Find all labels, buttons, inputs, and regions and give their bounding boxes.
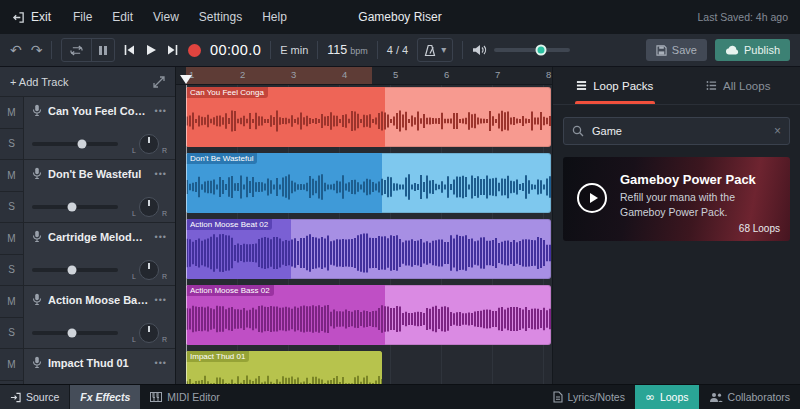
track-volume-knob[interactable] [68, 266, 77, 275]
loop-pack-card[interactable]: Gameboy Power Pack Refill your mana with… [563, 157, 790, 241]
track-volume-slider[interactable] [32, 268, 118, 272]
time-signature-selector[interactable]: 4 / 4 [387, 44, 408, 56]
audio-clip[interactable]: Action Moose Bass 02 [186, 285, 551, 345]
solo-button[interactable]: S [0, 129, 23, 160]
skip-to-end-button[interactable] [167, 44, 178, 56]
tab-collaborators[interactable]: Collaborators [699, 385, 800, 409]
track-name[interactable]: Cartridge Melody 01 [48, 231, 149, 243]
add-track-label: + Add Track [10, 76, 68, 88]
pan-right-label: R [162, 210, 167, 217]
undo-button[interactable]: ↶ [10, 43, 22, 57]
daw-app: Exit File Edit View Settings Help Gamebo… [0, 0, 800, 409]
tab-lyrics-notes[interactable]: Lyrics/Notes [543, 385, 635, 409]
pause-button[interactable] [91, 39, 114, 61]
pan-control[interactable]: L R [132, 197, 167, 217]
tab-fx-effects[interactable]: Fx Effects [70, 385, 140, 409]
clear-search-icon[interactable]: × [774, 125, 781, 137]
mute-button[interactable]: M [0, 223, 23, 255]
menu-edit[interactable]: Edit [112, 10, 133, 24]
toolbar-actions: Save Publish [646, 39, 790, 61]
play-button[interactable] [145, 44, 157, 56]
skip-to-start-button[interactable] [124, 44, 135, 56]
track-menu-button[interactable]: ••• [155, 232, 167, 242]
loops-search-input[interactable] [590, 124, 768, 138]
track-volume-knob[interactable] [77, 140, 86, 149]
pan-knob[interactable] [139, 260, 159, 280]
track-controls: Action Moose Bass 02 ••• L R [24, 286, 175, 348]
audio-clip[interactable]: Action Moose Beat 02 [186, 219, 551, 279]
track-volume-knob[interactable] [68, 203, 77, 212]
mute-button[interactable]: M [0, 97, 23, 129]
track-name[interactable]: Can You Feel Conga [48, 105, 149, 117]
mute-solo-column: M S [0, 349, 24, 384]
lyrics-icon [553, 391, 563, 403]
volume-slider[interactable] [494, 48, 570, 52]
track-row[interactable]: M S Impact Thud 01 ••• [0, 349, 175, 384]
track-row[interactable]: M S Don't Be Wasteful ••• [0, 160, 175, 223]
audio-clip[interactable]: Don't Be Wasteful [186, 153, 551, 213]
audio-clip[interactable]: Can You Feel Conga [186, 87, 551, 147]
menu-help[interactable]: Help [262, 10, 287, 24]
tab-source[interactable]: Source [0, 385, 69, 409]
track-menu-button[interactable]: ••• [155, 169, 167, 179]
add-track-button[interactable]: + Add Track [0, 67, 175, 97]
loop-toggle-button[interactable] [62, 39, 91, 61]
loop-icon [69, 45, 84, 56]
tab-loop-packs[interactable]: Loop Packs [553, 67, 677, 104]
track-name[interactable]: Don't Be Wasteful [48, 168, 149, 180]
divider [270, 41, 271, 59]
expand-tracks-icon[interactable] [153, 76, 165, 88]
loops-panel: Loop Packs All Loops × Gameboy Power Pac… [552, 67, 800, 384]
tab-midi-editor[interactable]: MIDI Editor [140, 385, 230, 409]
track-volume-knob[interactable] [68, 329, 77, 338]
audio-clip[interactable]: Impact Thud 01 [186, 351, 382, 384]
track-volume-slider[interactable] [32, 205, 118, 209]
publish-label: Publish [744, 44, 780, 56]
timeline-lanes: Can You Feel CongaDon't Be WastefulActio… [176, 67, 552, 384]
solo-button[interactable]: S [0, 192, 23, 223]
key-selector[interactable]: E min [280, 44, 308, 56]
master-volume [472, 44, 570, 56]
track-row[interactable]: M S Can You Feel Conga ••• [0, 97, 175, 160]
timeline-ruler[interactable]: 12345678 [176, 67, 552, 85]
tab-all-loops[interactable]: All Loops [677, 67, 800, 104]
track-controls: Impact Thud 01 ••• L R [24, 349, 175, 384]
menu-settings[interactable]: Settings [199, 10, 242, 24]
menu-list: File Edit View Settings Help [73, 10, 287, 24]
redo-button[interactable]: ↷ [31, 43, 43, 57]
track-row[interactable]: M S Cartridge Melody 01 ••• [0, 223, 175, 286]
menu-file[interactable]: File [73, 10, 92, 24]
metronome-button[interactable]: ▾ [417, 38, 453, 62]
record-button[interactable] [188, 44, 201, 57]
tab-loops[interactable]: ∞ Loops [635, 385, 699, 409]
pan-control[interactable]: L R [132, 323, 167, 343]
track-row[interactable]: M S Action Moose Bass 02 ••• [0, 286, 175, 349]
playhead[interactable] [180, 75, 192, 84]
pan-control[interactable]: L R [132, 260, 167, 280]
exit-button[interactable]: Exit [12, 10, 51, 24]
pan-knob[interactable] [139, 323, 159, 343]
mute-button[interactable]: M [0, 160, 23, 192]
menu-view[interactable]: View [153, 10, 179, 24]
track-volume-slider[interactable] [32, 331, 118, 335]
volume-slider-knob[interactable] [536, 45, 547, 56]
solo-button[interactable]: S [0, 255, 23, 286]
bpm-selector[interactable]: 115 bpm [327, 43, 367, 57]
track-name[interactable]: Action Moose Bass 02 [48, 294, 149, 306]
mute-button[interactable]: M [0, 349, 23, 381]
speaker-icon[interactable] [472, 44, 487, 56]
tab-label: All Loops [723, 80, 770, 92]
publish-button[interactable]: Publish [715, 39, 790, 61]
mute-button[interactable]: M [0, 286, 23, 318]
track-menu-button[interactable]: ••• [155, 106, 167, 116]
track-menu-button[interactable]: ••• [155, 358, 167, 368]
pack-play-button[interactable] [577, 183, 607, 213]
pan-control[interactable]: L R [132, 134, 167, 154]
track-volume-slider[interactable] [32, 142, 118, 146]
save-button[interactable]: Save [646, 39, 707, 61]
track-name[interactable]: Impact Thud 01 [48, 357, 149, 369]
solo-button[interactable]: S [0, 318, 23, 349]
pan-knob[interactable] [139, 134, 159, 154]
track-menu-button[interactable]: ••• [155, 295, 167, 305]
pan-knob[interactable] [139, 197, 159, 217]
